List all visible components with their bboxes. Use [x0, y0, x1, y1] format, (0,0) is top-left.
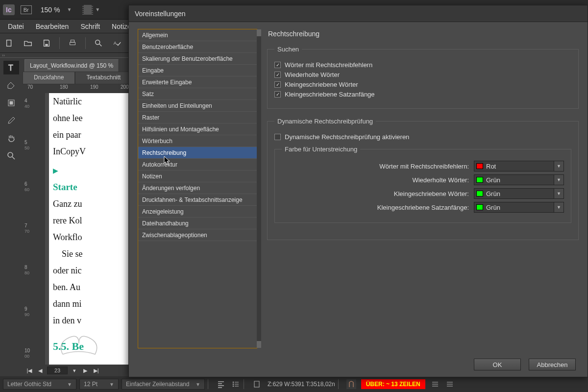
chevron-down-icon: ▼ — [554, 161, 564, 171]
line-spacing-field[interactable]: Einfacher Zeilenabstand▼ — [122, 379, 205, 390]
position-tool-icon[interactable] — [3, 96, 19, 110]
svg-rect-3 — [71, 40, 74, 42]
first-page-icon[interactable]: |◀ — [25, 368, 33, 374]
checkbox[interactable] — [274, 91, 281, 98]
tools-panel: T — [0, 58, 23, 376]
separator — [59, 37, 60, 49]
category-item[interactable]: Änderungen verfolgen — [138, 182, 257, 194]
color-label: Wörter mit Rechtschreibfehlern: — [379, 163, 469, 170]
menu-type[interactable]: Schrift — [74, 21, 106, 32]
next-page-icon[interactable]: ▶ — [81, 368, 89, 374]
screen-mode-icon[interactable] — [82, 5, 93, 15]
category-item[interactable]: Benutzeroberfläche — [138, 41, 257, 53]
color-combo[interactable]: Grün▼ — [474, 174, 564, 185]
zoom-control[interactable]: 150 % ▼ — [38, 5, 72, 15]
last-page-icon[interactable]: ▶| — [92, 368, 100, 374]
category-item[interactable]: Druckfahnen- & Textabschnittsanzeige — [138, 194, 257, 206]
category-item[interactable]: Allgemein — [138, 29, 257, 41]
color-name: Grün — [486, 176, 500, 184]
font-size-field[interactable]: 12 Pt▼ — [79, 379, 119, 390]
color-label: Wiederholte Wörter: — [412, 176, 469, 184]
document-tab[interactable]: Layout_Workflow.indd @ 150 % — [24, 59, 119, 72]
svg-text:A: A — [114, 40, 117, 45]
color-swatch — [476, 177, 483, 183]
menu-file[interactable]: Datei — [2, 21, 30, 32]
color-name: Grün — [486, 204, 500, 211]
checkbox-label: Kleingeschriebene Satzanfänge — [285, 91, 375, 98]
separator — [85, 37, 86, 49]
svg-text:T: T — [8, 64, 13, 72]
category-item[interactable]: Einheiten und Einteilungen — [138, 100, 257, 112]
align-left-icon[interactable] — [216, 379, 226, 389]
color-swatch — [476, 163, 483, 169]
color-swatch — [476, 191, 483, 196]
search-group: Suchen Wörter mit RechtschreibfehlernWie… — [267, 46, 579, 109]
category-item[interactable]: Autokorrektur — [138, 159, 257, 171]
svg-line-11 — [12, 157, 15, 159]
category-item[interactable]: Zwischenablageoptionen — [138, 229, 257, 241]
scrollbar[interactable] — [257, 29, 261, 348]
preferences-category-list[interactable]: AllgemeinBenutzeroberflächeSkalierung de… — [138, 29, 257, 348]
category-item[interactable]: Eingabe — [138, 65, 257, 76]
category-item[interactable]: Hilfslinien und Montagefläche — [138, 123, 257, 135]
zoom-tool-icon[interactable] — [3, 149, 19, 163]
color-combo[interactable]: Grün▼ — [474, 202, 564, 213]
text-direction-icon[interactable] — [445, 379, 455, 389]
type-tool-icon[interactable]: T — [3, 61, 19, 74]
list-icon[interactable] — [231, 379, 241, 389]
cancel-button[interactable]: Abbrechen — [529, 359, 576, 370]
category-item[interactable]: Erweiterte Eingabe — [138, 76, 257, 88]
category-item[interactable]: Satz — [138, 88, 257, 100]
tab-galley[interactable]: Druckfahne — [23, 72, 75, 84]
zoom-value: 150 % — [38, 5, 63, 15]
note-tool-icon[interactable] — [3, 78, 19, 92]
story-link-icon[interactable] — [346, 379, 356, 389]
color-combo[interactable]: Rot▼ — [474, 161, 564, 172]
page-number-field[interactable]: 23 — [47, 367, 68, 374]
prev-page-icon[interactable]: ◀ — [36, 368, 44, 374]
category-item[interactable]: Wörterbuch — [138, 135, 257, 147]
status-coordinates: Z:629 W:5391 T:3518,02n — [268, 381, 335, 388]
category-item[interactable]: Dateihandhabung — [138, 218, 257, 229]
page-dropdown-icon[interactable]: ▾ — [71, 368, 78, 374]
new-doc-icon[interactable] — [2, 36, 17, 50]
category-item[interactable]: Notizen — [138, 171, 257, 182]
dialog-button-row: OK Abbrechen — [129, 352, 588, 377]
save-icon[interactable] — [39, 36, 54, 50]
hand-tool-icon[interactable] — [3, 131, 19, 145]
category-item[interactable]: Rechtschreibung — [138, 147, 257, 159]
search-group-label: Suchen — [274, 46, 302, 53]
font-family-field[interactable]: Letter Gothic Std▼ — [3, 379, 76, 390]
print-icon[interactable] — [65, 36, 80, 50]
bridge-badge[interactable]: Br — [21, 5, 32, 14]
svg-rect-0 — [7, 40, 11, 46]
underline-color-group: Farbe für Unterstreichung Wörter mit Rec… — [274, 146, 571, 223]
svg-point-12 — [233, 382, 234, 383]
svg-rect-9 — [10, 101, 13, 104]
ok-button[interactable]: OK — [474, 359, 521, 370]
checkbox[interactable] — [274, 72, 281, 78]
color-combo[interactable]: Grün▼ — [474, 188, 564, 199]
menu-edit[interactable]: Bearbeiten — [30, 21, 75, 32]
checkbox[interactable] — [274, 81, 281, 88]
open-icon[interactable] — [21, 36, 35, 50]
svg-point-10 — [8, 152, 13, 157]
svg-line-5 — [99, 44, 102, 46]
color-name: Grün — [486, 190, 500, 197]
eyedropper-icon[interactable] — [3, 114, 19, 127]
category-item[interactable]: Raster — [138, 112, 257, 123]
chevron-down-icon: ▼ — [67, 7, 72, 12]
category-item[interactable]: Skalierung der Benutzeroberfläche — [138, 53, 257, 65]
search-icon[interactable] — [91, 36, 106, 50]
category-item[interactable]: Anzeigeleistung — [138, 206, 257, 218]
page-info-icon[interactable] — [252, 379, 262, 389]
spellcheck-icon[interactable]: A — [110, 36, 124, 50]
status-bar: Letter Gothic Std▼ 12 Pt▼ Einfacher Zeil… — [0, 376, 588, 392]
preferences-pane: Rechtschreibung Suchen Wörter mit Rechts… — [267, 29, 579, 348]
align-grid-icon[interactable] — [430, 379, 440, 389]
underline-color-label: Farbe für Unterstreichung — [282, 146, 360, 153]
checkbox[interactable] — [274, 62, 281, 68]
tab-story[interactable]: Textabschnitt — [75, 72, 132, 84]
dynamic-check[interactable] — [274, 134, 281, 140]
pane-heading: Rechtschreibung — [268, 30, 579, 38]
